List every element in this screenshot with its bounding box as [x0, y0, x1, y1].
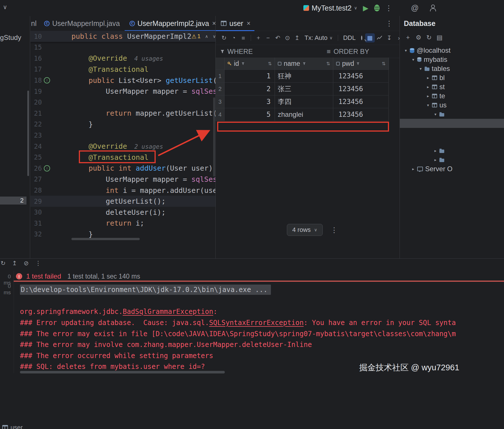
ddl-button[interactable]: DDL: [343, 34, 356, 42]
column-header-pwd[interactable]: pwd ⇅: [333, 58, 389, 70]
delete-row-icon[interactable]: −: [263, 34, 273, 41]
grid-row-3[interactable]: 33李四123456: [216, 95, 389, 108]
sort-icon[interactable]: ⇅: [382, 61, 386, 66]
cell-name[interactable]: 李四: [275, 95, 333, 108]
code-line-21[interactable]: 21 return mapper.getUserList();: [30, 108, 215, 119]
panel-options-icon[interactable]: ▤: [434, 34, 445, 41]
cell-id[interactable]: 2: [225, 83, 275, 95]
console-horizontal-scrollbar[interactable]: [20, 371, 225, 373]
new-datasource-icon[interactable]: +: [403, 34, 413, 41]
db-tree-item-server-o[interactable]: ▸Server O: [400, 164, 504, 173]
code-line-15[interactable]: 15: [30, 42, 215, 53]
chart-view-icon[interactable]: [375, 34, 384, 41]
code-area[interactable]: 1516 @Override 4 usages17 @Transactional…: [30, 42, 215, 240]
override-method-gutter-icon[interactable]: ↑: [44, 77, 50, 83]
sort-icon[interactable]: ⇅: [326, 61, 330, 66]
db-tree-item-tables[interactable]: ▾tables: [400, 64, 504, 73]
code-line-16[interactable]: 16 @Override 4 usages: [30, 53, 215, 64]
more-toolbar-icon[interactable]: ›: [394, 34, 400, 41]
code-line-20[interactable]: 20: [30, 97, 215, 108]
db-tree-item--localhost[interactable]: ▾@localhost: [400, 46, 504, 55]
tab-usermapperimpl[interactable]: C UserMapperImpl.java: [39, 16, 125, 31]
cell-pwd[interactable]: 123456: [333, 83, 389, 95]
run-button[interactable]: ▶: [363, 4, 368, 12]
schedule-refresh-icon[interactable]: ◔: [229, 34, 238, 41]
collapsed-chevron-icon[interactable]: ▸: [432, 148, 439, 153]
next-problem-icon[interactable]: ∨: [213, 34, 216, 39]
order-by-field[interactable]: ≡ ORDER BY: [327, 48, 369, 56]
main-menu-chevron-icon[interactable]: ∨: [3, 4, 7, 11]
datasource-properties-icon[interactable]: ⚙: [413, 34, 424, 41]
filter-funnel-icon[interactable]: [220, 50, 225, 54]
cell-pwd[interactable]: 123456: [333, 95, 389, 108]
close-tab-icon[interactable]: ×: [247, 20, 250, 27]
footer-options-icon[interactable]: ⋮: [331, 226, 338, 234]
grid-row-2[interactable]: 22张三123456: [216, 83, 389, 95]
grid-view-icon[interactable]: ▦: [365, 33, 375, 42]
expanded-chevron-icon[interactable]: ▾: [432, 112, 439, 117]
db-tree-item-st[interactable]: ▸st: [400, 82, 504, 91]
column-filter-icon[interactable]: [303, 62, 306, 65]
tx-mode-selector[interactable]: Tx: Auto∨: [305, 34, 333, 42]
code-line-18[interactable]: 18↑ public List<User> getUserList(): [30, 75, 215, 86]
db-tree-item[interactable]: ▸: [400, 146, 504, 155]
revert-icon[interactable]: ↶: [273, 34, 283, 41]
db-tree-item-bl[interactable]: ▸bl: [400, 73, 504, 82]
project-scrollbar[interactable]: [27, 91, 29, 176]
more-options-icon[interactable]: ⋮: [35, 260, 41, 267]
db-tree-item[interactable]: [400, 137, 504, 146]
project-name-partial[interactable]: gStudy: [0, 34, 21, 42]
code-line-19[interactable]: 19 UserMapper mapper = sqlSessi: [30, 86, 215, 97]
expanded-chevron-icon[interactable]: ▾: [403, 48, 409, 53]
suspend-icon[interactable]: ⊘: [24, 260, 29, 267]
code-line-17[interactable]: 17 @Transactional: [30, 64, 215, 75]
expanded-chevron-icon[interactable]: ▾: [425, 103, 431, 107]
tab-partial[interactable]: nl: [30, 16, 39, 31]
cell-name[interactable]: zhanglei: [275, 108, 333, 121]
run-config-selector[interactable]: MyTest.test2 ∨: [303, 4, 357, 12]
cell-id[interactable]: 1: [225, 70, 275, 83]
editor-vertical-scrollbar[interactable]: [213, 97, 215, 177]
collapsed-chevron-icon[interactable]: ▸: [425, 94, 431, 98]
db-tree-item[interactable]: ▾: [400, 110, 504, 119]
cell-pwd[interactable]: 123456: [333, 108, 389, 121]
expanded-chevron-icon[interactable]: ▾: [410, 57, 416, 62]
db-tree-item-mybatis[interactable]: ▾mybatis: [400, 55, 504, 64]
where-filter-field[interactable]: WHERE: [227, 48, 253, 56]
code-line-30[interactable]: 30 deleteUser(i);: [30, 207, 215, 218]
tab-usermapperimpl2[interactable]: C UserMapperImpl2.java ×: [125, 16, 215, 31]
more-run-actions-icon[interactable]: ⋮: [385, 4, 392, 12]
column-filter-icon[interactable]: [241, 62, 245, 65]
mentions-icon[interactable]: @: [411, 4, 419, 13]
code-line-29[interactable]: 29 getUserList();: [30, 196, 215, 207]
code-line-23[interactable]: 23: [30, 130, 215, 141]
rerun-tests-icon[interactable]: ↻: [1, 260, 6, 267]
grid-row-1[interactable]: 11狂神123456: [216, 70, 389, 83]
refresh-icon[interactable]: ↻: [424, 34, 434, 41]
cell-name[interactable]: 张三: [275, 83, 333, 95]
collapsed-chevron-icon[interactable]: ▸: [425, 75, 431, 80]
collapsed-chevron-icon[interactable]: ▸: [432, 158, 439, 162]
sticky-class-line[interactable]: 10 public class UserMapperImpl2 ⚠1 ∧ ∨: [30, 31, 215, 42]
submit-icon[interactable]: ↥: [292, 34, 302, 41]
code-line-24[interactable]: 24 @Override 2 usages: [30, 141, 215, 152]
db-tree-item[interactable]: [400, 128, 504, 137]
grid-row-4[interactable]: 45zhanglei123456: [216, 108, 389, 121]
search-icon[interactable]: [361, 36, 362, 40]
code-line-28[interactable]: 28 int i = mapper.addUser(user): [30, 185, 215, 196]
db-tree-item[interactable]: ▸: [400, 155, 504, 164]
column-filter-icon[interactable]: [356, 62, 360, 65]
collapsed-chevron-icon[interactable]: ▸: [425, 85, 431, 89]
override-method-gutter-icon[interactable]: ↑: [44, 165, 50, 171]
add-row-icon[interactable]: +: [254, 34, 263, 41]
code-line-31[interactable]: 31 return i;: [30, 218, 215, 229]
db-tree-item-te[interactable]: ▸te: [400, 91, 504, 101]
prev-problem-icon[interactable]: ∧: [205, 34, 208, 39]
code-line-22[interactable]: 22 }: [30, 119, 215, 130]
column-header-id[interactable]: id ⇅: [225, 58, 275, 70]
reload-page-icon[interactable]: ↻: [219, 34, 229, 41]
db-tree-item-us[interactable]: ▾us: [400, 101, 504, 110]
sort-icon[interactable]: ⇅: [268, 61, 272, 66]
rows-count-button[interactable]: 4 rows ∨: [287, 224, 323, 236]
export-results-icon[interactable]: ↥: [12, 260, 17, 267]
